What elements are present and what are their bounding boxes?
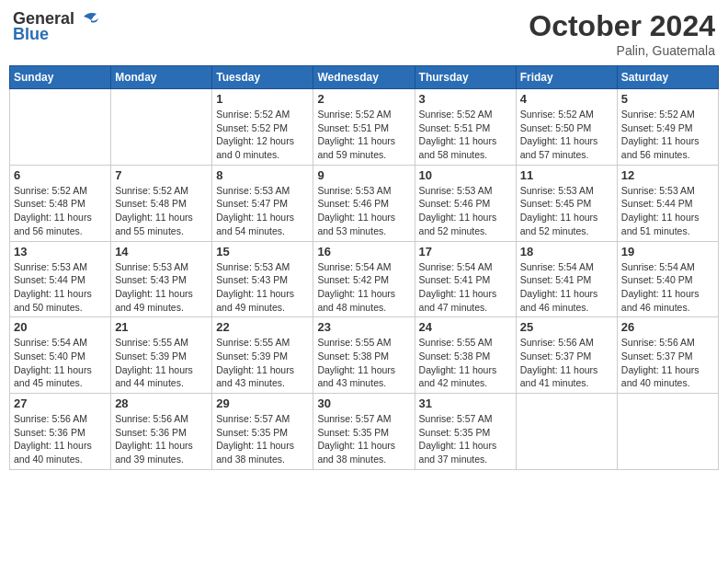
- day-number: 8: [216, 168, 309, 182]
- table-row: 22Sunrise: 5:55 AMSunset: 5:39 PMDayligh…: [212, 317, 313, 394]
- table-row: 14Sunrise: 5:53 AMSunset: 5:43 PMDayligh…: [111, 241, 212, 317]
- day-info: Sunrise: 5:53 AMSunset: 5:47 PMDaylight:…: [216, 184, 309, 238]
- day-number: 1: [216, 92, 309, 106]
- calendar-header-row: Sunday Monday Tuesday Wednesday Thursday…: [10, 66, 719, 89]
- day-info: Sunrise: 5:55 AMSunset: 5:39 PMDaylight:…: [115, 336, 208, 390]
- day-info: Sunrise: 5:54 AMSunset: 5:42 PMDaylight:…: [317, 260, 410, 315]
- day-info: Sunrise: 5:56 AMSunset: 5:36 PMDaylight:…: [14, 412, 107, 466]
- page-header: General Blue October 2024 Palin, Guatema…: [9, 9, 719, 58]
- day-number: 31: [419, 396, 512, 410]
- calendar-week-row: 6Sunrise: 5:52 AMSunset: 5:48 PMDaylight…: [10, 165, 719, 241]
- day-info: Sunrise: 5:53 AMSunset: 5:43 PMDaylight:…: [115, 260, 208, 315]
- header-wednesday: Wednesday: [313, 66, 415, 89]
- header-sunday: Sunday: [10, 66, 111, 89]
- table-row: 18Sunrise: 5:54 AMSunset: 5:41 PMDayligh…: [516, 241, 617, 317]
- calendar-week-row: 27Sunrise: 5:56 AMSunset: 5:36 PMDayligh…: [10, 394, 719, 470]
- table-row: 26Sunrise: 5:56 AMSunset: 5:37 PMDayligh…: [617, 317, 718, 394]
- day-number: 18: [520, 245, 613, 259]
- day-number: 23: [317, 320, 410, 334]
- table-row: 7Sunrise: 5:52 AMSunset: 5:48 PMDaylight…: [111, 165, 212, 241]
- table-row: 12Sunrise: 5:53 AMSunset: 5:44 PMDayligh…: [617, 165, 718, 241]
- day-number: 5: [621, 92, 714, 106]
- table-row: 19Sunrise: 5:54 AMSunset: 5:40 PMDayligh…: [617, 241, 718, 317]
- calendar-table: Sunday Monday Tuesday Wednesday Thursday…: [9, 65, 719, 470]
- day-info: Sunrise: 5:52 AMSunset: 5:51 PMDaylight:…: [317, 108, 410, 162]
- table-row: 2Sunrise: 5:52 AMSunset: 5:51 PMDaylight…: [313, 89, 415, 166]
- day-info: Sunrise: 5:52 AMSunset: 5:48 PMDaylight:…: [115, 184, 208, 238]
- day-info: Sunrise: 5:52 AMSunset: 5:49 PMDaylight:…: [621, 108, 714, 162]
- title-section: October 2024 Palin, Guatemala: [529, 9, 715, 58]
- day-info: Sunrise: 5:57 AMSunset: 5:35 PMDaylight:…: [419, 412, 512, 466]
- table-row: 9Sunrise: 5:53 AMSunset: 5:46 PMDaylight…: [313, 165, 415, 241]
- table-row: 25Sunrise: 5:56 AMSunset: 5:37 PMDayligh…: [516, 317, 617, 394]
- calendar-week-row: 1Sunrise: 5:52 AMSunset: 5:52 PMDaylight…: [10, 89, 719, 166]
- table-row: 17Sunrise: 5:54 AMSunset: 5:41 PMDayligh…: [415, 241, 516, 317]
- day-number: 24: [419, 320, 512, 334]
- day-info: Sunrise: 5:52 AMSunset: 5:50 PMDaylight:…: [520, 108, 613, 162]
- header-thursday: Thursday: [415, 66, 516, 89]
- day-info: Sunrise: 5:56 AMSunset: 5:37 PMDaylight:…: [621, 336, 714, 390]
- day-info: Sunrise: 5:54 AMSunset: 5:41 PMDaylight:…: [419, 260, 512, 315]
- table-row: 4Sunrise: 5:52 AMSunset: 5:50 PMDaylight…: [516, 89, 617, 166]
- day-info: Sunrise: 5:56 AMSunset: 5:36 PMDaylight:…: [115, 412, 208, 466]
- day-info: Sunrise: 5:54 AMSunset: 5:40 PMDaylight:…: [621, 260, 714, 315]
- day-number: 29: [216, 396, 309, 410]
- day-number: 4: [520, 92, 613, 106]
- day-info: Sunrise: 5:55 AMSunset: 5:38 PMDaylight:…: [419, 336, 512, 390]
- day-number: 28: [115, 396, 208, 410]
- day-info: Sunrise: 5:54 AMSunset: 5:40 PMDaylight:…: [14, 336, 107, 390]
- day-info: Sunrise: 5:57 AMSunset: 5:35 PMDaylight:…: [216, 412, 309, 466]
- table-row: 29Sunrise: 5:57 AMSunset: 5:35 PMDayligh…: [212, 394, 313, 470]
- header-friday: Friday: [516, 66, 617, 89]
- table-row: 27Sunrise: 5:56 AMSunset: 5:36 PMDayligh…: [10, 394, 111, 470]
- day-info: Sunrise: 5:57 AMSunset: 5:35 PMDaylight:…: [317, 412, 410, 466]
- day-number: 15: [216, 245, 309, 259]
- header-monday: Monday: [111, 66, 212, 89]
- day-number: 2: [317, 92, 410, 106]
- header-tuesday: Tuesday: [212, 66, 313, 89]
- table-row: 3Sunrise: 5:52 AMSunset: 5:51 PMDaylight…: [415, 89, 516, 166]
- table-row: 31Sunrise: 5:57 AMSunset: 5:35 PMDayligh…: [415, 394, 516, 470]
- day-info: Sunrise: 5:52 AMSunset: 5:51 PMDaylight:…: [419, 108, 512, 162]
- day-number: 20: [14, 320, 107, 334]
- day-number: 14: [115, 245, 208, 259]
- day-number: 16: [317, 245, 410, 259]
- day-number: 12: [621, 168, 714, 182]
- day-number: 19: [621, 245, 714, 259]
- day-info: Sunrise: 5:53 AMSunset: 5:43 PMDaylight:…: [216, 260, 309, 315]
- table-row: 1Sunrise: 5:52 AMSunset: 5:52 PMDaylight…: [212, 89, 313, 166]
- table-row: 10Sunrise: 5:53 AMSunset: 5:46 PMDayligh…: [415, 165, 516, 241]
- day-number: 9: [317, 168, 410, 182]
- table-row: 13Sunrise: 5:53 AMSunset: 5:44 PMDayligh…: [10, 241, 111, 317]
- table-row: 28Sunrise: 5:56 AMSunset: 5:36 PMDayligh…: [111, 394, 212, 470]
- day-info: Sunrise: 5:53 AMSunset: 5:44 PMDaylight:…: [14, 260, 107, 315]
- table-row: 23Sunrise: 5:55 AMSunset: 5:38 PMDayligh…: [313, 317, 415, 394]
- day-number: 21: [115, 320, 208, 334]
- day-info: Sunrise: 5:53 AMSunset: 5:44 PMDaylight:…: [621, 184, 714, 238]
- table-row: [516, 394, 617, 470]
- table-row: [111, 89, 212, 166]
- day-number: 11: [520, 168, 613, 182]
- location: Palin, Guatemala: [529, 43, 715, 58]
- day-info: Sunrise: 5:53 AMSunset: 5:46 PMDaylight:…: [317, 184, 410, 238]
- header-saturday: Saturday: [617, 66, 718, 89]
- day-number: 10: [419, 168, 512, 182]
- logo: General Blue: [13, 9, 100, 44]
- day-number: 27: [14, 396, 107, 410]
- day-info: Sunrise: 5:52 AMSunset: 5:52 PMDaylight:…: [216, 108, 309, 162]
- day-number: 7: [115, 168, 208, 182]
- day-number: 13: [14, 245, 107, 259]
- day-number: 30: [317, 396, 410, 410]
- table-row: [10, 89, 111, 166]
- day-info: Sunrise: 5:53 AMSunset: 5:45 PMDaylight:…: [520, 184, 613, 238]
- table-row: 11Sunrise: 5:53 AMSunset: 5:45 PMDayligh…: [516, 165, 617, 241]
- month-title: October 2024: [529, 9, 715, 43]
- logo-blue: Blue: [13, 26, 100, 44]
- day-number: 3: [419, 92, 512, 106]
- table-row: 15Sunrise: 5:53 AMSunset: 5:43 PMDayligh…: [212, 241, 313, 317]
- day-number: 25: [520, 320, 613, 334]
- table-row: 16Sunrise: 5:54 AMSunset: 5:42 PMDayligh…: [313, 241, 415, 317]
- table-row: 20Sunrise: 5:54 AMSunset: 5:40 PMDayligh…: [10, 317, 111, 394]
- day-info: Sunrise: 5:53 AMSunset: 5:46 PMDaylight:…: [419, 184, 512, 238]
- table-row: 24Sunrise: 5:55 AMSunset: 5:38 PMDayligh…: [415, 317, 516, 394]
